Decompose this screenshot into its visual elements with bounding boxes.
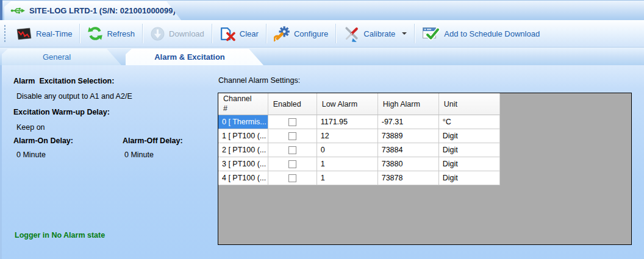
download-button: Download: [145, 24, 210, 43]
table-row-channel-1: 1 [ PT100 (... 12 73889 Digit: [218, 129, 499, 143]
col-header-unit[interactable]: Unit: [438, 93, 499, 115]
alarm-off-delay-value: 0 Minute: [124, 151, 154, 159]
toolbar-separator: [414, 24, 415, 43]
schedule-calendar-check-icon: [422, 26, 440, 41]
calibrate-label: Calibrate: [363, 29, 395, 38]
high-alarm-cell[interactable]: -97.31: [377, 115, 438, 129]
low-alarm-cell[interactable]: 1: [317, 171, 377, 185]
page-tab-bar: General Alarm & Excitation: [0, 48, 644, 65]
enabled-cell: [268, 143, 317, 157]
tab-general[interactable]: General: [2, 49, 121, 65]
unit-cell[interactable]: Digit: [438, 129, 499, 143]
table-header-row: Channel # Enabled Low Alarm High Alarm U…: [218, 93, 499, 115]
unit-cell[interactable]: Digit: [438, 171, 499, 185]
calibrate-button[interactable]: Calibrate: [338, 24, 412, 44]
toolbar-grip-handle[interactable]: [4, 24, 6, 43]
enabled-checkbox[interactable]: [288, 146, 296, 154]
enabled-checkbox[interactable]: [288, 174, 296, 182]
alarm-on-delay-value: 0 Minute: [16, 151, 46, 159]
excitation-warmup-delay-value: Keep on: [16, 123, 45, 132]
refresh-icon: [87, 26, 103, 41]
enabled-cell: [268, 129, 317, 143]
low-alarm-cell[interactable]: 1: [317, 157, 377, 171]
logger-status-text: Logger in No Alarm state: [15, 231, 105, 239]
download-label: Download: [169, 29, 204, 38]
channel-cell[interactable]: 0 [ Thermis...: [218, 115, 268, 129]
high-alarm-cell[interactable]: 73878: [377, 171, 438, 185]
col-header-enabled[interactable]: Enabled: [268, 93, 317, 115]
real-time-label: Real-Time: [36, 29, 72, 38]
channel-cell[interactable]: 3 [ PT100 (...: [218, 157, 268, 171]
channel-cell[interactable]: 4 [ PT100 (...: [218, 171, 268, 185]
toolbar-separator: [212, 24, 212, 43]
toolbar-separator: [266, 24, 267, 43]
alarm-excitation-selection-label: Alarm Excitation Selection:: [13, 77, 114, 85]
refresh-label: Refresh: [107, 29, 135, 38]
configure-label: Configure: [294, 29, 328, 38]
table-row-channel-3: 3 [ PT100 (... 1 73880 Digit: [218, 157, 499, 171]
col-header-channel[interactable]: Channel #: [218, 93, 268, 115]
high-alarm-cell[interactable]: 73884: [377, 143, 438, 157]
toolbar: Real-Time Refresh Download: [0, 20, 644, 48]
calibrate-dropdown-arrow-icon[interactable]: [402, 32, 407, 35]
channel-alarm-table-container: Channel # Enabled Low Alarm High Alarm U…: [218, 93, 632, 245]
table-row-channel-4: 4 [ PT100 (... 1 73878 Digit: [218, 171, 499, 185]
clear-label: Clear: [240, 29, 259, 38]
high-alarm-cell[interactable]: 73880: [377, 157, 438, 171]
toolbar-separator: [142, 24, 143, 43]
refresh-button[interactable]: Refresh: [82, 24, 140, 43]
add-to-schedule-download-label: Add to Schedule Download: [444, 29, 540, 38]
excitation-warmup-delay-label: Excitation Warm-up Delay:: [13, 108, 110, 116]
configure-button[interactable]: Configure: [268, 24, 334, 44]
unit-cell[interactable]: °C: [438, 115, 499, 129]
low-alarm-cell[interactable]: 12: [317, 129, 377, 143]
table-row-channel-2: 2 [ PT100 (... 0 73884 Digit: [218, 143, 499, 157]
enabled-checkbox[interactable]: [288, 132, 296, 140]
clear-button[interactable]: Clear: [214, 24, 264, 43]
channel-cell[interactable]: 2 [ PT100 (...: [218, 143, 268, 157]
channel-alarm-settings-title: Channel Alarm Settings:: [218, 76, 300, 85]
tab-alarm-excitation[interactable]: Alarm & Excitation: [126, 49, 263, 65]
tab-general-label: General: [43, 52, 71, 62]
low-alarm-cell[interactable]: 0: [317, 143, 377, 157]
channel-alarm-table: Channel # Enabled Low Alarm High Alarm U…: [218, 93, 500, 185]
table-row-channel-0: 0 [ Thermis... 1171.95 -97.31 °C: [218, 115, 499, 129]
col-header-high-alarm[interactable]: High Alarm: [377, 93, 438, 115]
enabled-cell: [268, 115, 317, 129]
realtime-chart-icon: [16, 26, 32, 41]
unit-cell[interactable]: Digit: [438, 143, 499, 157]
device-tab-title: SITE-LOG LRTD-1 (S/N: 021001000099): [29, 6, 176, 15]
alarm-off-delay-label: Alarm-Off Delay:: [123, 137, 183, 145]
high-alarm-cell[interactable]: 73889: [377, 129, 438, 143]
clear-document-icon: [220, 26, 236, 41]
device-document-tab[interactable]: SITE-LOG LRTD-1 (S/N: 021001000099): [4, 1, 181, 20]
enabled-checkbox[interactable]: [288, 118, 296, 126]
toolbar-separator: [79, 24, 80, 43]
download-icon: [150, 26, 165, 41]
enabled-cell: [268, 171, 317, 185]
enabled-checkbox[interactable]: [288, 160, 296, 168]
real-time-button[interactable]: Real-Time: [10, 24, 77, 43]
usb-icon: [10, 6, 25, 15]
tab-alarm-excitation-label: Alarm & Excitation: [154, 52, 225, 62]
toolbar-separator: [335, 24, 336, 43]
channel-cell[interactable]: 1 [ PT100 (...: [218, 129, 268, 143]
calibrate-tools-icon: [343, 26, 360, 42]
enabled-cell: [268, 157, 317, 171]
unit-cell[interactable]: Digit: [438, 157, 499, 171]
configure-gear-wrench-icon: [274, 26, 290, 42]
alarm-on-delay-label: Alarm-On Delay:: [13, 137, 73, 145]
add-to-schedule-download-button[interactable]: Add to Schedule Download: [417, 24, 545, 43]
document-tab-strip: SITE-LOG LRTD-1 (S/N: 021001000099): [0, 0, 644, 21]
alarm-excitation-panel: Alarm Excitation Selection: Disable any …: [0, 65, 644, 259]
low-alarm-cell[interactable]: 1171.95: [317, 115, 377, 129]
col-header-low-alarm[interactable]: Low Alarm: [317, 93, 377, 115]
alarm-excitation-selection-value: Disable any output to A1 and A2/E: [16, 92, 132, 101]
